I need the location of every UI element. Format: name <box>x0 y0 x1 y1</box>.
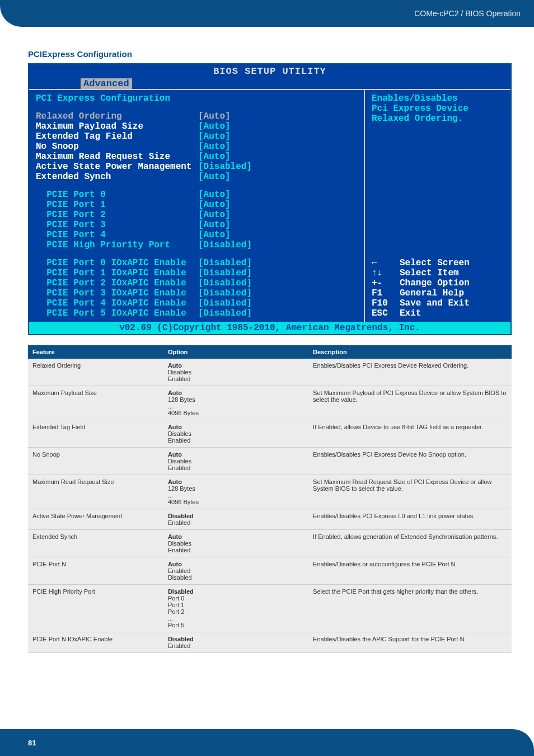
bios-tab-row: Advanced <box>29 78 510 89</box>
cell-description: Enables/Disables or autoconfigures the P… <box>308 557 512 585</box>
table-row: PCIE Port N IOxAPIC EnableDisabledEnable… <box>28 632 512 653</box>
bios-port-row: PCIE Port 2[Auto] <box>36 210 357 220</box>
bios-port-label: PCIE Port 4 <box>36 230 198 240</box>
cell-option: Auto128 Bytes...4096 Bytes <box>163 386 308 420</box>
bios-help-l2: Pci Express Device <box>372 104 504 114</box>
bios-setting-row: Active State Power Management[Disabled] <box>36 162 357 172</box>
bios-port-label: PCIE High Priority Port <box>36 240 198 250</box>
bios-setting-value: [Auto] <box>198 121 231 132</box>
option-line: Disabled <box>168 513 304 519</box>
bios-nav-desc: Select Screen <box>400 258 470 268</box>
cell-option: AutoDisablesEnabled <box>163 420 308 448</box>
bios-apic-row: PCIE Port 5 IOxAPIC Enable[Disabled] <box>36 308 357 318</box>
option-line: Disabled <box>168 636 304 642</box>
bios-title: BIOS SETUP UTILITY <box>29 64 510 78</box>
cell-feature: PCIE Port N <box>28 557 163 585</box>
bios-port-row: PCIE Port 4[Auto] <box>36 230 357 240</box>
option-line: Enabled <box>168 547 304 553</box>
bios-apic-label: PCIE Port 2 IOxAPIC Enable <box>36 278 198 288</box>
bios-right-panel: Enables/Disables Pci Express Device Rela… <box>365 90 510 322</box>
cell-option: Auto128 Bytes...4096 Bytes <box>163 475 308 509</box>
bios-nav-key: ← <box>372 258 400 268</box>
bios-setting-row: Relaxed Ordering[Auto] <box>36 111 357 121</box>
bios-port-row: PCIE Port 0[Auto] <box>36 190 357 200</box>
bios-left-panel: PCI Express Configuration Relaxed Orderi… <box>29 90 365 322</box>
bios-nav-row: +-Change Option <box>372 278 504 288</box>
option-line: 128 Bytes <box>168 396 304 403</box>
bios-setting-label: Maximum Read Request Size <box>36 152 198 162</box>
option-line: Disabled <box>168 588 304 595</box>
table-row: PCIE High Priority PortDisabledPort 0Por… <box>28 585 512 632</box>
bios-port-value: [Auto] <box>198 210 231 220</box>
bios-setting-value: [Disabled] <box>198 162 252 172</box>
bios-setting-label: Extended Tag Field <box>36 132 198 142</box>
option-line: Disables <box>168 430 304 437</box>
option-line: ... <box>168 492 304 499</box>
bios-apic-row: PCIE Port 3 IOxAPIC Enable[Disabled] <box>36 288 357 298</box>
cell-description: Set Maximum Read Request Size of PCI Exp… <box>308 475 512 509</box>
bios-port-label: PCIE Port 3 <box>36 220 198 230</box>
table-row: Relaxed OrderingAutoDisablesEnabledEnabl… <box>28 359 512 386</box>
cell-option: AutoDisablesEnabled <box>163 448 308 475</box>
bios-help-l1: Enables/Disables <box>372 93 504 104</box>
bios-nav-row: ESCExit <box>372 308 504 318</box>
bios-setting-value: [Auto] <box>198 142 231 152</box>
bios-setting-label: No Snoop <box>36 142 198 152</box>
bios-setting-label: Extended Synch <box>36 172 198 182</box>
bios-port-label: PCIE Port 2 <box>36 210 198 220</box>
option-line: Port 1 <box>168 602 304 608</box>
table-row: Active State Power ManagementDisabledEna… <box>28 509 512 530</box>
bios-nav-row: ←Select Screen <box>372 258 504 268</box>
bios-screenshot: BIOS SETUP UTILITY Advanced PCI Express … <box>28 63 512 335</box>
bios-port-label: PCIE Port 1 <box>36 200 198 210</box>
table-row: Extended Tag FieldAutoDisablesEnabledIf … <box>28 420 512 448</box>
th-description: Description <box>308 345 512 359</box>
th-feature: Feature <box>28 345 163 359</box>
option-line: Port 5 <box>168 622 304 628</box>
bios-nav-row: F1General Help <box>372 288 504 298</box>
bios-port-value: [Auto] <box>198 200 231 210</box>
option-line: Auto <box>168 478 304 485</box>
bios-setting-row: Extended Synch[Auto] <box>36 172 357 182</box>
cell-description: Select the PCIE Port that gets higher pr… <box>308 585 512 632</box>
bios-nav-key: ESC <box>372 308 400 318</box>
table-row: No SnoopAutoDisablesEnabledEnables/Disab… <box>28 448 512 475</box>
cell-feature: Extended Synch <box>28 530 163 557</box>
cell-option: DisabledEnabled <box>163 632 308 653</box>
cell-option: AutoDisablesEnabled <box>163 530 308 557</box>
cell-feature: Maximum Read Request Size <box>28 475 163 509</box>
bios-setting-value: [Auto] <box>198 111 231 121</box>
bios-setting-value: [Auto] <box>198 172 231 182</box>
cell-feature: Relaxed Ordering <box>28 359 163 386</box>
cell-description: Enables/Disables PCI Express Device No S… <box>308 448 512 475</box>
bios-apic-row: PCIE Port 4 IOxAPIC Enable[Disabled] <box>36 298 357 308</box>
option-line: Disables <box>168 458 304 464</box>
option-line: Disables <box>168 369 304 375</box>
table-row: PCIE Port NAutoEnabledDisabledEnables/Di… <box>28 557 512 585</box>
option-line: Enabled <box>168 642 304 649</box>
option-line: Enabled <box>168 567 304 574</box>
bios-nav-key: F10 <box>372 298 400 308</box>
cell-description: If Enabled, allows generation of Extende… <box>308 530 512 557</box>
top-banner: COMe-cPC2 / BIOS Operation <box>0 0 534 27</box>
bios-setting-label: Relaxed Ordering <box>36 111 198 121</box>
bios-nav-desc: General Help <box>400 288 464 298</box>
bios-setting-row: No Snoop[Auto] <box>36 142 357 152</box>
option-line: Auto <box>168 451 304 458</box>
bios-setting-value: [Auto] <box>198 152 231 162</box>
bios-apic-row: PCIE Port 1 IOxAPIC Enable[Disabled] <box>36 268 357 278</box>
bios-tab-advanced: Advanced <box>81 78 132 89</box>
bios-port-value: [Auto] <box>198 190 231 200</box>
bios-apic-value: [Disabled] <box>198 268 252 278</box>
bios-port-value: [Auto] <box>198 230 231 240</box>
option-line: Disabled <box>168 574 304 581</box>
option-line: Auto <box>168 561 304 567</box>
bios-setting-label: Active State Power Management <box>36 162 198 172</box>
bios-port-row: PCIE Port 1[Auto] <box>36 200 357 210</box>
bios-setting-value: [Auto] <box>198 132 231 142</box>
option-line: Enabled <box>168 519 304 526</box>
bios-port-label: PCIE Port 0 <box>36 190 198 200</box>
bios-port-row: PCIE Port 3[Auto] <box>36 220 357 230</box>
bios-port-value: [Disabled] <box>198 240 252 250</box>
bios-port-row: PCIE High Priority Port[Disabled] <box>36 240 357 250</box>
